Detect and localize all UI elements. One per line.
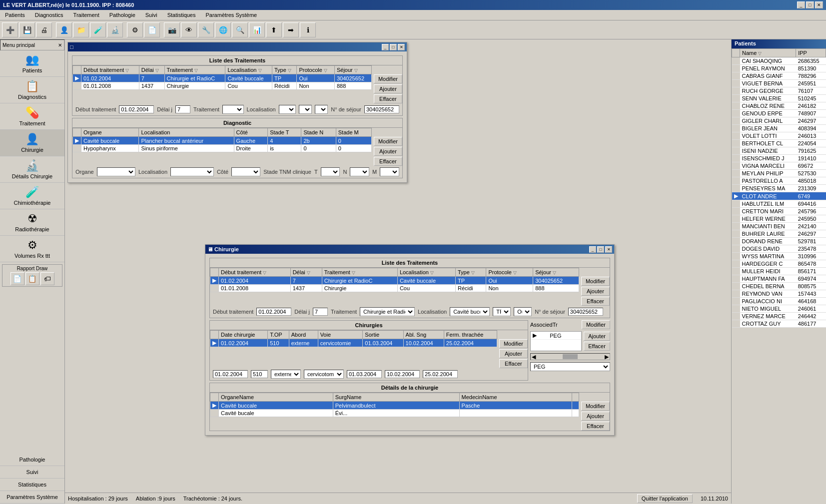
chir-effacer-btn[interactable]: Effacer [499,359,528,368]
toolbar-arrow-btn[interactable]: ⬆ [266,22,282,37]
associated-modifier-btn[interactable]: Modifier [582,320,610,329]
list-item[interactable]: VERNEZ MARCE246442 [732,313,826,320]
list-item[interactable]: GENOUD ERPE748907 [732,110,826,117]
sidebar-item-traitement[interactable]: 💊 Traitement [0,103,64,130]
list-item[interactable]: MULLER HEIDI856171 [732,268,826,275]
col-delai[interactable]: Délai ▽ [139,66,164,74]
det-effacer-btn[interactable]: Effacer [581,422,610,431]
menu-suivi[interactable]: Suivi [142,11,160,19]
table-row[interactable]: ▶ 01.02.2004 7 Chirurgie et RadioC Cavit… [73,74,372,82]
toolbar-chart-btn[interactable]: 📊 [249,22,265,37]
toolbar-camera-btn[interactable]: 📷 [164,22,180,37]
diag-form-m-select[interactable] [380,167,399,176]
menu-statistiques[interactable]: Statistiques [164,11,199,19]
col-type[interactable]: Type ▽ [272,66,296,74]
list-item[interactable]: CHEDEL BERNA808575 [732,283,826,290]
menu-traitement[interactable]: Traitement [70,11,102,19]
table-row[interactable]: 01.01.2008 1437 Chirurgie Cou Récidi Non… [73,82,372,90]
table-row[interactable]: Hypopharynx Sinus piriforme Droite is 0 … [73,145,372,152]
traitements-max-btn[interactable]: □ [390,44,397,50]
list-item[interactable]: BUHRER LAURE246297 [732,230,826,238]
list-item[interactable]: PAGLIACCIO NI464168 [732,298,826,305]
form-debut-input[interactable] [119,105,154,113]
col-protocole[interactable]: Protocole ▽ [297,66,335,74]
chir-form-date-input[interactable] [213,370,248,378]
toolbar-micro-btn[interactable]: 🔬 [107,22,123,37]
list-item[interactable]: HELFER WERNE245950 [732,215,826,223]
assoc-effacer-btn[interactable]: Effacer [584,342,610,351]
list-item[interactable]: REYMOND VAN157443 [732,290,826,298]
list-item[interactable]: BIGLER JEAN408394 [732,125,826,132]
diag-col-stade-n[interactable]: Stade N [301,128,336,137]
diag-form-t-select[interactable] [321,167,340,176]
list-item[interactable]: RUCH GEORGE76107 [732,87,826,95]
diag-col-cote[interactable]: Côté [234,128,268,137]
rapport-btn-3[interactable]: 🏷 [40,272,54,285]
chir-form-traitement-select[interactable]: Chirurgie et RadioChim [360,307,415,316]
toolbar-tools-btn[interactable]: 🔧 [198,22,214,37]
form-sejour-input[interactable] [364,105,399,113]
chir-col-sortie[interactable]: Sortie [363,331,403,339]
toolbar-user-btn[interactable]: 👤 [56,22,72,37]
chir-form-abl-input[interactable] [385,370,420,378]
diagnostic-effacer-btn[interactable]: Effacer [374,157,402,166]
col-localisation[interactable]: Localisation ▽ [225,66,272,74]
chir-col-abl[interactable]: Abl. Sng [403,331,444,339]
menu-pathologie[interactable]: Pathologie [106,11,138,19]
sidebar-item-patients[interactable]: 👥 Patients [0,50,64,77]
rapport-btn-2[interactable]: 📋 [25,272,39,285]
list-item[interactable]: ISENI NADZIE791625 [732,147,826,155]
list-item[interactable]: MEYLAN PHILIP527530 [732,170,826,177]
table-row[interactable]: ▶ 01.02.2004 7 Chirurgie et RadioC Cavit… [210,277,579,285]
toolbar-globe-btn[interactable]: 🌐 [215,22,231,37]
sidebar-collapse-icon[interactable]: ✕ [58,42,62,48]
list-item[interactable]: NIETO MIGUEL246061 [732,305,826,313]
toolbar-add-btn[interactable]: ➕ [2,22,18,37]
chir-col-sejour[interactable]: Séjour ▽ [533,268,579,277]
col-debut[interactable]: Début traitement ▽ [81,66,139,74]
menu-patients[interactable]: Patients [2,11,28,19]
pat-col-name[interactable]: Name ▽ [740,49,796,57]
chir-col-voie[interactable]: Voie [318,331,363,339]
diag-form-cote-select[interactable] [231,167,260,176]
toolbar-print-btn[interactable]: 🖨 [36,22,52,37]
patients-list-container[interactable]: Name ▽ IPP CAI SHAOQING2686355PENEL RAYM… [732,48,826,504]
form-traitement-select[interactable] [222,105,243,114]
chir-col-delai[interactable]: Délai ▽ [290,268,322,277]
pat-col-ipp[interactable]: IPP [796,49,826,57]
sidebar-item-radiotherapie[interactable]: ☢ Radiothérapie [0,209,64,236]
toolbar-zoom-btn[interactable]: 🔍 [232,22,248,37]
chir-form-sortie-input[interactable] [347,370,382,378]
chir-col-type[interactable]: Type ▽ [456,268,486,277]
traitements-effacer-btn[interactable]: Effacer [374,94,402,103]
diag-col-stade-m[interactable]: Stade M [336,128,371,137]
col-sejour[interactable]: Séjour ▽ [334,66,371,74]
det-col-surg[interactable]: SurgName [333,393,459,402]
chir-form-voie-select[interactable]: cervicotomie [304,370,344,379]
list-item[interactable]: HABLUTZEL ILM694416 [732,200,826,208]
list-item[interactable]: PENEL RAYMON851390 [732,65,826,72]
sidebar-item-chirurgie[interactable]: 👤 Chirurgie [0,130,64,156]
chir-form-localisation-select[interactable]: Cavité buccale [450,307,490,316]
chir-form-sejour-input[interactable] [568,308,603,316]
chir-col-abord[interactable]: Abord [289,331,318,339]
toolbar-folder-btn[interactable]: 📁 [73,22,89,37]
chir-form-abord-select[interactable]: externe [271,370,301,379]
det-ajouter-btn[interactable]: Ajouter [581,412,610,421]
list-item[interactable]: PASTORELLO A485018 [732,177,826,185]
toolbar-eye-btn[interactable]: 👁 [181,22,197,37]
sidebar-footer-parametres[interactable]: Paramètres Système [0,491,64,504]
chir-col-debut[interactable]: Début traitement ▽ [219,268,291,277]
list-item[interactable]: DOGES DAVID235478 [732,245,826,253]
col-traitement[interactable]: Traitement ▽ [164,66,225,74]
chirurgie-min-btn[interactable]: _ [589,246,596,253]
det-modifier-btn[interactable]: Modifier [581,402,610,411]
assoc-ajouter-btn[interactable]: Ajouter [584,332,610,341]
list-item[interactable]: ▶CLOT ANDRE6749 [732,192,826,200]
traitements-ajouter-btn[interactable]: Ajouter [374,84,402,93]
list-item[interactable]: CAI SHAOQING2686355 [732,57,826,65]
list-item[interactable]: CABRAS GIANF788296 [732,72,826,80]
sidebar-item-chimiotherapie[interactable]: 🧪 Chimiothérapie [0,183,64,209]
chir-form-delai-input[interactable] [313,308,328,316]
chir-col-top[interactable]: T.OP [268,331,289,339]
